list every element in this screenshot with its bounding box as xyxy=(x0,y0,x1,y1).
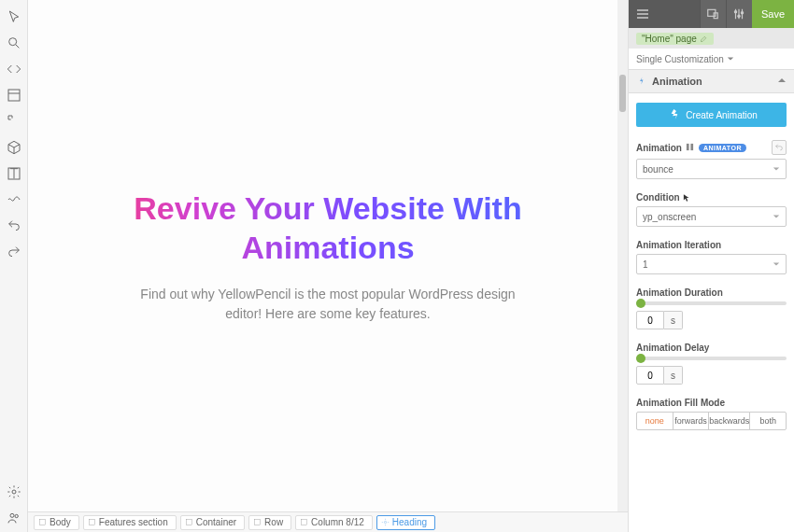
fillmode-none[interactable]: none xyxy=(636,412,673,430)
cursor-pointer-icon xyxy=(682,193,691,203)
undo-icon[interactable] xyxy=(3,214,25,238)
measure-icon[interactable] xyxy=(3,109,25,133)
crumb-body[interactable]: Body xyxy=(34,515,79,530)
redo-icon[interactable] xyxy=(3,240,25,264)
duration-input[interactable] xyxy=(636,311,664,329)
search-icon[interactable] xyxy=(3,31,25,55)
field-duration: Animation Duration s xyxy=(636,287,787,329)
iteration-select[interactable]: 1 xyxy=(636,254,787,274)
field-iteration: Animation Iteration 1 xyxy=(636,240,787,274)
text-icon[interactable] xyxy=(3,161,25,186)
page-badge[interactable]: "Home" page xyxy=(636,33,714,45)
chevron-down-icon xyxy=(773,259,780,270)
svg-point-3 xyxy=(12,490,16,494)
svg-rect-9 xyxy=(255,520,261,525)
delay-unit: s xyxy=(664,366,683,385)
breadcrumb: Body Features section Container Row Colu… xyxy=(28,511,628,532)
svg-rect-8 xyxy=(186,520,191,525)
panel-topbar: Save xyxy=(629,0,794,28)
canvas: Revive Your Website With Animations Find… xyxy=(28,0,628,532)
duration-slider[interactable] xyxy=(636,301,787,305)
svg-point-11 xyxy=(384,521,386,523)
chevron-down-icon xyxy=(773,164,780,175)
svg-rect-6 xyxy=(40,520,46,525)
hero-title[interactable]: Revive Your Website With Animations xyxy=(65,189,590,268)
delay-slider[interactable] xyxy=(636,357,787,360)
chevron-up-icon xyxy=(777,76,787,87)
sliders-icon[interactable] xyxy=(726,0,752,28)
animation-select[interactable]: bounce xyxy=(636,159,787,179)
svg-rect-7 xyxy=(89,520,94,525)
pause-icon[interactable] xyxy=(686,143,694,153)
hero-subtitle[interactable]: Find out why YellowPencil is the most po… xyxy=(132,285,524,324)
customization-mode[interactable]: Single Customization xyxy=(629,49,794,69)
box-icon[interactable] xyxy=(3,135,25,160)
page-label: "Home" page xyxy=(629,28,794,49)
svg-rect-17 xyxy=(687,143,689,149)
save-button[interactable]: Save xyxy=(752,0,794,28)
users-icon[interactable] xyxy=(3,506,25,530)
animation-icon[interactable] xyxy=(3,188,25,212)
right-panel: Save "Home" page Single Customization An… xyxy=(628,0,794,532)
code-icon[interactable] xyxy=(3,57,25,81)
panel-body: Create Animation Animation ANIMATOR boun… xyxy=(629,93,794,532)
svg-rect-1 xyxy=(8,90,20,101)
condition-select[interactable]: yp_onscreen xyxy=(636,206,787,227)
section-animation-header[interactable]: Animation xyxy=(629,69,794,93)
crumb-column[interactable]: Column 8/12 xyxy=(295,515,373,530)
vertical-scrollbar[interactable] xyxy=(617,0,628,511)
fillmode-both[interactable]: both xyxy=(749,412,787,430)
layout-icon[interactable] xyxy=(3,83,25,107)
canvas-content[interactable]: Revive Your Website With Animations Find… xyxy=(28,0,628,511)
field-condition: Condition yp_onscreen xyxy=(636,192,787,227)
svg-point-14 xyxy=(735,11,737,13)
svg-point-0 xyxy=(8,38,16,46)
duration-unit: s xyxy=(664,311,683,329)
crumb-features[interactable]: Features section xyxy=(83,515,177,530)
menu-icon[interactable] xyxy=(629,0,657,28)
chevron-down-icon xyxy=(773,212,780,222)
fillmode-backwards[interactable]: backwards xyxy=(708,412,750,430)
settings-icon[interactable] xyxy=(3,480,25,504)
fillmode-forwards[interactable]: forwards xyxy=(673,412,710,430)
left-toolbar xyxy=(0,0,28,532)
field-fillmode: Animation Fill Mode none forwards backwa… xyxy=(636,398,787,430)
create-animation-button[interactable]: Create Animation xyxy=(636,103,787,127)
responsive-icon[interactable] xyxy=(700,0,726,28)
svg-point-4 xyxy=(10,513,14,517)
svg-rect-10 xyxy=(302,520,307,525)
reset-animation-icon[interactable] xyxy=(772,140,787,155)
field-delay: Animation Delay s xyxy=(636,343,787,385)
crumb-heading[interactable]: Heading xyxy=(376,515,435,530)
animator-badge: ANIMATOR xyxy=(699,144,746,152)
svg-rect-18 xyxy=(690,143,693,149)
crumb-container[interactable]: Container xyxy=(180,515,245,530)
svg-point-5 xyxy=(15,514,18,517)
crumb-row[interactable]: Row xyxy=(248,515,291,530)
cursor-tool-icon[interactable] xyxy=(3,5,25,29)
field-animation: Animation ANIMATOR bounce xyxy=(636,140,787,179)
svg-point-15 xyxy=(738,15,740,17)
svg-point-16 xyxy=(742,12,744,14)
delay-input[interactable] xyxy=(636,366,664,385)
